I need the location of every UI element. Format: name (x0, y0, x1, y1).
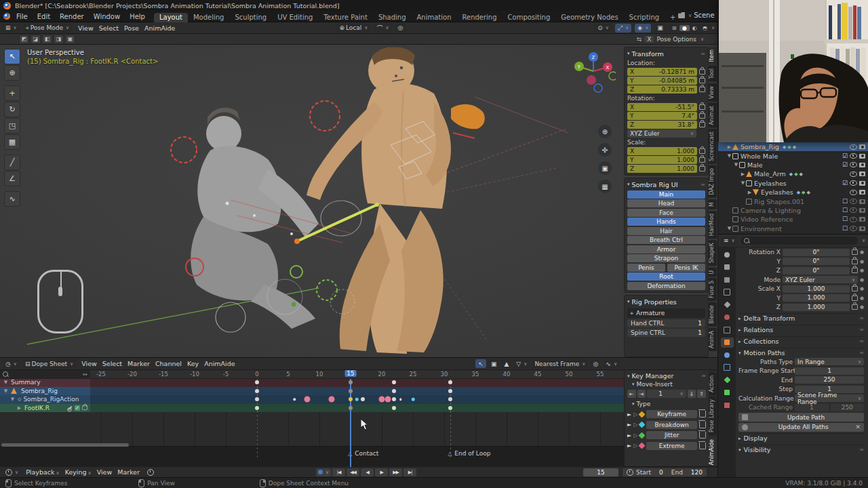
properties-scene-tab[interactable] (721, 300, 734, 310)
deselect-cursor-icon[interactable]: ▷ (633, 422, 637, 428)
tool-rotate[interactable]: ↻ (4, 102, 20, 117)
zoom-icon[interactable]: ⊕ (598, 125, 612, 138)
properties-world-tab[interactable] (721, 312, 734, 323)
sidebar-tab-shapek[interactable]: ShapeK (709, 240, 717, 266)
ruler-tick-35[interactable]: 35 (472, 371, 479, 378)
select-cursor-icon[interactable]: ► (627, 422, 631, 428)
start-frame-field[interactable]: 0 (659, 469, 663, 476)
keyframe-f22[interactable] (392, 380, 396, 384)
keyframe-f31[interactable] (448, 389, 452, 393)
dope-mode-dropdown[interactable]: ⊟ Dope Sheet∨ (22, 359, 76, 368)
tool-select-box[interactable]: ↖ (4, 49, 20, 64)
dope-menu-channel[interactable]: Channel (153, 360, 184, 367)
ruler-tick-20[interactable]: 20 (378, 371, 386, 378)
rotation-y-field[interactable]: 0° (783, 258, 850, 265)
outliner-row-male-arm[interactable]: ▶Male_Arm◆◆◆ (718, 169, 868, 178)
timeline-menu-keying[interactable]: Keying∨ (62, 468, 94, 476)
lock-icon[interactable] (852, 259, 858, 264)
viewport-menu-pose[interactable]: Pose (121, 24, 142, 32)
auto-keying-toggle[interactable]: ∨ (316, 468, 331, 476)
rig-button-face[interactable]: Face (627, 209, 705, 217)
dope-menu-view[interactable]: View (79, 360, 100, 367)
track-sombra-rigaction[interactable]: ▼◇Sombra_RigAction (0, 395, 624, 404)
sidebar-tab-tool[interactable]: Tool (709, 66, 717, 82)
lock-icon[interactable] (699, 104, 705, 110)
update-path-button[interactable]: Update Path (738, 413, 864, 422)
shading-solid-button[interactable]: ● (679, 25, 690, 31)
keyframe-f25[interactable] (412, 398, 415, 401)
properties-collection-tab[interactable] (721, 325, 734, 335)
outliner-row-eyelashes[interactable]: ▼Eyelashes☑ (718, 179, 868, 188)
sidebar-tab-blende[interactable]: Blende (709, 302, 717, 327)
editor-type-button[interactable]: ⊞∨ (3, 24, 20, 33)
keyframe-f22[interactable] (392, 389, 396, 393)
transform-orientation-dropdown[interactable]: ⊕ Local∨ (336, 24, 370, 33)
euler-mode-dropdown[interactable]: XYZ Euler∨ (627, 129, 696, 138)
deselect-cursor-icon[interactable]: ▷ (633, 411, 637, 418)
select-cursor-icon[interactable]: ► (627, 432, 631, 439)
tool-scale[interactable]: ◳ (4, 118, 20, 134)
outliner-row-camera-lighting[interactable]: Camera & Lighting☐ (718, 206, 868, 215)
outliner-row-environment[interactable]: ▼Environment☐ (718, 224, 868, 233)
keyframe-f15[interactable] (349, 380, 353, 384)
ruler-tick--5[interactable]: -5 (223, 371, 229, 378)
pan-hand-icon[interactable]: ✣ (598, 143, 612, 157)
rig-prop-hand-ctrl[interactable]: Hand CTRL1 (627, 319, 705, 327)
sidebar-tab-screencast[interactable]: Screencast (709, 129, 717, 164)
camera-icon[interactable] (859, 171, 865, 176)
only-errors-toggle[interactable]: ▲ (501, 359, 511, 368)
marker-contact[interactable]: △Contact (348, 450, 378, 457)
rig-button-armor[interactable]: Armor (627, 245, 705, 253)
marker-region[interactable]: △Contact△End of Loop (0, 446, 624, 467)
keyframe-f22[interactable] (392, 406, 396, 410)
properties-view-layer-tab[interactable] (721, 287, 734, 298)
camera-icon[interactable] (859, 226, 865, 231)
visibility-checkbox[interactable]: ☐ (842, 199, 848, 205)
viewport-menu-view[interactable]: View (75, 24, 96, 32)
show-gizmo-toggle[interactable]: ⊙∨ (595, 24, 612, 33)
key-type-breakdown[interactable]: ►▷Breakdown (627, 420, 706, 429)
ruler-tick-5[interactable]: 5 (286, 371, 290, 378)
properties-search-input[interactable] (741, 237, 858, 245)
lock-icon[interactable] (699, 87, 705, 92)
camera-icon[interactable] (859, 163, 865, 167)
rig-button-hair[interactable]: Hair (627, 227, 705, 235)
dope-editor-type-button[interactable]: ◷∨ (3, 359, 20, 368)
dope-menu-marker[interactable]: Marker (125, 360, 153, 367)
camera-icon[interactable] (859, 208, 865, 213)
eye-icon[interactable] (850, 217, 857, 222)
workspace-tab-shading[interactable]: Shading (373, 13, 412, 22)
ruler-tick-45[interactable]: 45 (534, 371, 542, 378)
ruler-tick-40[interactable]: 40 (503, 371, 511, 378)
snapping-toggle[interactable]: ⌒∨ (374, 24, 391, 33)
location-x-field[interactable]: X-0.12871 m (627, 68, 697, 76)
outliner-row-eyelashes[interactable]: ▶Eyelashes◆◆◆ (718, 188, 868, 197)
ruler-tick-55[interactable]: 55 (597, 371, 604, 378)
menu-window[interactable]: Window (89, 13, 125, 20)
blender-menu-icon[interactable] (3, 13, 10, 20)
sidebar-tab-view[interactable]: View (709, 83, 717, 102)
deselect-cursor-icon[interactable]: ▷ (633, 432, 637, 439)
move-insert-header[interactable]: ▾Move-Insert (627, 380, 706, 388)
scale-z-field[interactable]: Z1.000 (627, 165, 697, 173)
visibility-checkbox[interactable]: ☐ (842, 226, 848, 232)
tool-transform[interactable]: ▦ (4, 134, 20, 150)
clear-paths-icon[interactable]: ✕ (855, 424, 861, 430)
select-cursor-icon[interactable]: ► (627, 443, 631, 449)
scale-scale-x-field[interactable]: 1.000 (783, 285, 850, 293)
sidebar-tab-animat[interactable]: Animat (709, 103, 717, 128)
scale-y-field[interactable]: Y1.000 (627, 156, 697, 164)
calculation-range-dropdown[interactable]: Scene Frame Range∨ (795, 394, 864, 402)
timeline-editor-button[interactable]: ∨ (3, 468, 21, 476)
tool-annotate[interactable]: ╱ (4, 155, 20, 170)
mirror-x-button[interactable]: X (644, 36, 654, 43)
ruler-tick--10[interactable]: -10 (190, 371, 199, 378)
key-type-jitter[interactable]: ►▷Jitter (627, 431, 706, 440)
timeline-ruler[interactable]: -25-20-15-10-50510152025303540455055 (0, 370, 624, 379)
display-section-header[interactable]: ▸Display (738, 433, 864, 443)
properties-physics-tab[interactable] (721, 363, 734, 373)
ruler-tick-0[interactable]: 0 (255, 371, 258, 378)
sidebar-tab-u[interactable]: U (709, 268, 717, 277)
rotation-rotation-x-field[interactable]: 0° (783, 249, 850, 256)
timeline-menu-marker[interactable]: Marker (115, 468, 142, 476)
